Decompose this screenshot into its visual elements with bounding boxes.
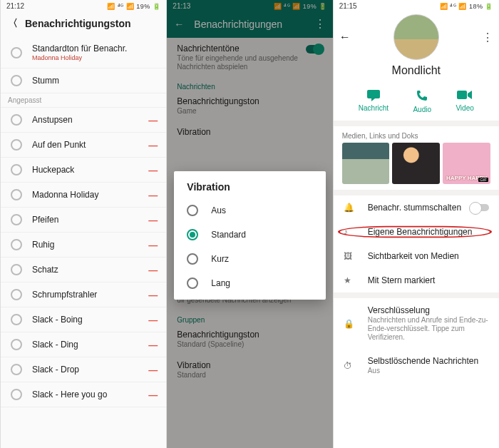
tone-item[interactable]: Huckepack— bbox=[1, 158, 166, 183]
action-audio[interactable]: Audio bbox=[413, 88, 431, 113]
tone-item[interactable]: Slack - Ding— bbox=[1, 332, 166, 357]
remove-icon[interactable]: — bbox=[148, 265, 156, 275]
music-note-icon: ♪ bbox=[344, 227, 356, 237]
image-icon: 🖼 bbox=[344, 251, 356, 261]
tone-label: Schatz bbox=[32, 265, 148, 275]
remove-icon[interactable]: — bbox=[148, 340, 156, 350]
radio-icon bbox=[11, 189, 22, 200]
tone-label: Pfeifen bbox=[32, 215, 148, 225]
radio-icon bbox=[11, 339, 22, 350]
back-icon[interactable]: 〈 bbox=[8, 17, 18, 30]
tone-label: Slack - Here you go bbox=[32, 390, 148, 399]
header: 〈 Benachrichtigungston bbox=[1, 10, 166, 37]
radio-icon bbox=[11, 314, 22, 325]
svg-rect-0 bbox=[367, 90, 380, 98]
action-row: Nachricht Audio Video bbox=[334, 78, 499, 126]
remove-icon[interactable]: — bbox=[148, 215, 156, 225]
media-thumb[interactable] bbox=[392, 143, 440, 184]
tone-item[interactable]: Pfeifen— bbox=[1, 208, 166, 233]
tone-item[interactable]: Schrumpfstrahler— bbox=[1, 282, 166, 307]
option-label: Aus bbox=[211, 205, 226, 215]
setting-custom-notifications[interactable]: ♪ Eigene Benachrichtigungen bbox=[334, 220, 499, 244]
tone-label: Ruhig bbox=[32, 240, 148, 250]
media-thumb[interactable]: HAPPY HAPPY GIF bbox=[443, 143, 490, 184]
remove-icon[interactable]: — bbox=[148, 365, 156, 375]
chat-icon bbox=[366, 88, 381, 101]
bell-icon: 🔔 bbox=[344, 203, 356, 213]
radio-icon bbox=[187, 253, 198, 265]
tone-item[interactable]: Slack - Boing— bbox=[1, 307, 166, 332]
radio-icon bbox=[11, 389, 22, 400]
setting-starred[interactable]: ★ Mit Stern markiert bbox=[334, 268, 499, 292]
tone-item[interactable]: Schatz— bbox=[1, 258, 166, 282]
vibration-option[interactable]: Aus bbox=[180, 198, 319, 223]
remove-icon[interactable]: — bbox=[148, 165, 156, 175]
svg-rect-1 bbox=[457, 91, 467, 99]
tone-item[interactable]: Auf den Punkt— bbox=[1, 133, 166, 158]
vibration-option[interactable]: Standard bbox=[180, 223, 319, 247]
setting-disappearing[interactable]: ⏱ Selbstlöschende Nachrichten Aus bbox=[334, 349, 499, 382]
status-icons: 📶 ⁴ᴳ 📶 19% 🔋 bbox=[107, 3, 160, 10]
media-header[interactable]: Medien, Links und Doks bbox=[334, 126, 499, 143]
radio-icon bbox=[187, 278, 198, 289]
vibration-option[interactable]: Kurz bbox=[180, 247, 319, 271]
more-icon[interactable]: ⋮ bbox=[482, 31, 493, 44]
media-thumbnails: HAPPY HAPPY GIF bbox=[334, 143, 499, 190]
setting-media-visibility[interactable]: 🖼 Sichtbarkeit von Medien bbox=[334, 244, 499, 268]
status-icons: 📶 ⁴ᴳ 📶 18% 🔋 bbox=[440, 3, 493, 10]
vibration-dialog: Vibration AusStandardKurzLang bbox=[174, 171, 325, 300]
radio-icon bbox=[11, 114, 22, 126]
tone-item[interactable]: Ruhig— bbox=[1, 233, 166, 258]
option-label: Standard bbox=[211, 230, 246, 240]
top-bar: ← ⋮ bbox=[334, 10, 499, 60]
tone-item[interactable]: Madonna Holiday— bbox=[1, 183, 166, 208]
action-video[interactable]: Video bbox=[456, 88, 473, 113]
tone-mute[interactable]: Stumm bbox=[1, 68, 166, 93]
phone-icon bbox=[415, 88, 429, 103]
tone-item[interactable]: Slack - Here you go— bbox=[1, 382, 166, 407]
remove-icon[interactable]: — bbox=[148, 140, 156, 151]
status-time: 21:12 bbox=[6, 2, 24, 10]
tone-label: Anstupsen bbox=[32, 115, 148, 125]
remove-icon[interactable]: — bbox=[148, 315, 156, 325]
radio-icon bbox=[11, 264, 22, 275]
remove-icon[interactable]: — bbox=[148, 115, 156, 126]
vibration-option[interactable]: Lang bbox=[180, 271, 319, 295]
timer-icon: ⏱ bbox=[344, 361, 356, 371]
radio-icon bbox=[187, 229, 198, 240]
radio-icon bbox=[11, 214, 22, 225]
tone-default[interactable]: Standardton für Benachr. Madonna Holiday bbox=[1, 37, 166, 68]
page-title: Benachrichtigungston bbox=[25, 18, 131, 29]
radio-icon bbox=[11, 289, 22, 300]
action-message[interactable]: Nachricht bbox=[359, 88, 389, 113]
contact-name: Mondlicht bbox=[334, 60, 499, 78]
remove-icon[interactable]: — bbox=[148, 240, 156, 250]
option-label: Lang bbox=[211, 278, 230, 288]
remove-icon[interactable]: — bbox=[148, 390, 156, 400]
lock-icon: 🔒 bbox=[344, 319, 356, 329]
panel-contact-info: 21:15 📶 ⁴ᴳ 📶 18% 🔋 ← ⋮ Mondlicht Nachric… bbox=[333, 0, 499, 448]
media-thumb[interactable] bbox=[342, 143, 390, 184]
radio-icon bbox=[187, 205, 198, 216]
setting-encryption[interactable]: 🔒 Verschlüsselung Nachrichten und Anrufe… bbox=[334, 298, 499, 349]
status-bar: 21:15 📶 ⁴ᴳ 📶 18% 🔋 bbox=[334, 0, 499, 10]
option-label: Kurz bbox=[211, 254, 229, 264]
tone-item[interactable]: Slack - Drop— bbox=[1, 357, 166, 382]
panel-notification-settings: 21:13 📶 ⁴ᴳ 📶 19% 🔋 ← Benachrichtigungen … bbox=[166, 0, 332, 448]
remove-icon[interactable]: — bbox=[148, 190, 156, 200]
radio-icon bbox=[11, 364, 22, 375]
remove-icon[interactable]: — bbox=[148, 290, 156, 300]
toggle-off-icon[interactable] bbox=[470, 204, 489, 211]
star-icon: ★ bbox=[344, 275, 356, 285]
avatar[interactable] bbox=[393, 14, 439, 60]
radio-icon bbox=[11, 139, 22, 151]
dialog-title: Vibration bbox=[180, 181, 319, 198]
radio-icon bbox=[11, 47, 22, 58]
video-icon bbox=[456, 88, 473, 101]
radio-icon bbox=[11, 239, 22, 250]
tone-item[interactable]: Anstupsen— bbox=[1, 108, 166, 133]
back-icon[interactable]: ← bbox=[339, 31, 351, 44]
tone-label: Huckepack bbox=[32, 165, 148, 175]
setting-mute[interactable]: 🔔 Benachr. stummschalten bbox=[334, 195, 499, 220]
tone-label: Auf den Punkt bbox=[32, 140, 148, 150]
